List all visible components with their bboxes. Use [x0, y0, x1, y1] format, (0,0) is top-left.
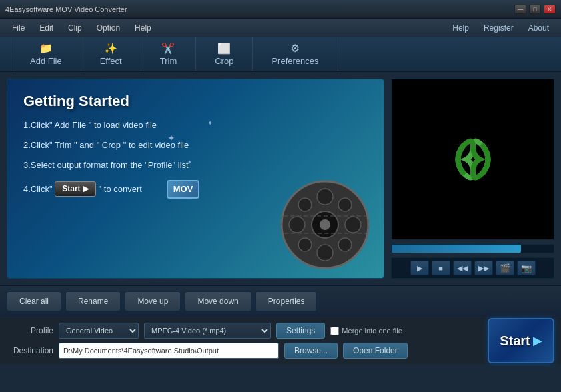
- trim-label: Trim: [160, 56, 177, 66]
- open-folder-button[interactable]: Open Folder: [343, 343, 408, 359]
- destination-label: Destination: [7, 346, 53, 355]
- start-button-text: Start: [500, 333, 530, 349]
- preview-progress-fill: [392, 245, 521, 253]
- step-1: 1.Click" Add File " to load video file: [23, 119, 368, 131]
- preview-panel: ▶ ■ ◀◀ ▶▶ 🎬 📷: [391, 79, 554, 279]
- bottom-area: Profile General Video MPEG-4 Video (*.mp…: [0, 317, 561, 364]
- stop-button[interactable]: ■: [432, 261, 450, 275]
- preview-screen: [391, 79, 554, 240]
- close-button[interactable]: ✕: [544, 5, 556, 14]
- menu-clip[interactable]: Clip: [61, 22, 89, 34]
- profile-label: Profile: [7, 326, 53, 335]
- menu-option[interactable]: Option: [90, 22, 127, 34]
- menu-right-register[interactable]: Register: [477, 22, 520, 34]
- merge-checkbox[interactable]: [330, 327, 339, 335]
- merge-checkbox-label[interactable]: Merge into one file: [330, 327, 402, 335]
- format-select[interactable]: MPEG-4 Video (*.mp4): [144, 323, 271, 339]
- move-down-button[interactable]: Move down: [185, 291, 251, 311]
- add-file-tab[interactable]: 📁 Add File: [11, 37, 81, 71]
- add-file-label: Add File: [30, 56, 62, 66]
- star-decoration-1: ✦: [167, 133, 175, 143]
- effect-label: Effect: [100, 56, 122, 66]
- move-up-button[interactable]: Move up: [125, 291, 181, 311]
- menu-right-about[interactable]: About: [522, 22, 556, 34]
- svg-point-2: [320, 219, 330, 230]
- rewind-button[interactable]: ◀◀: [453, 261, 472, 275]
- svg-point-6: [345, 217, 361, 233]
- merge-label: Merge into one file: [342, 327, 402, 335]
- toolbar: 📁 Add File ✨ Effect ✂️ Trim ⬜ Crop ⚙ Pre…: [0, 37, 561, 72]
- maximize-button[interactable]: □: [529, 5, 541, 14]
- camera-button[interactable]: 📷: [517, 261, 536, 275]
- preferences-label: Preferences: [271, 56, 318, 66]
- star-decoration-2: ✦: [187, 159, 192, 165]
- rename-button[interactable]: Rename: [65, 291, 121, 311]
- destination-row: Destination Browse... Open Folder: [7, 343, 481, 359]
- main-content: Getting Started 1.Click" Add File " to l…: [0, 72, 561, 285]
- film-reel: [278, 178, 372, 271]
- preferences-icon: ⚙: [290, 42, 300, 55]
- minimize-button[interactable]: —: [514, 5, 526, 14]
- settings-button[interactable]: Settings: [276, 323, 325, 339]
- profile-row: Profile General Video MPEG-4 Video (*.mp…: [7, 323, 481, 339]
- menu-help[interactable]: Help: [128, 22, 158, 34]
- svg-point-4: [317, 245, 333, 261]
- app-title: 4Easysoftware MOV Video Converter: [5, 5, 514, 13]
- browse-button[interactable]: Browse...: [284, 343, 338, 359]
- snapshot-button[interactable]: 🎬: [496, 261, 514, 275]
- add-file-icon: 📁: [39, 42, 53, 55]
- start-arrow-icon: ▶: [533, 333, 542, 348]
- preview-logo: [446, 133, 500, 186]
- crop-icon: ⬜: [217, 42, 231, 55]
- window-controls: — □ ✕: [514, 5, 556, 14]
- step-2: 2.Click" Trim " and " Crop " to edit vid…: [23, 139, 368, 151]
- step-3: 3.Select output format from the "Profile…: [23, 159, 368, 171]
- svg-point-7: [298, 198, 312, 211]
- menu-bar-right: Help Register About: [446, 22, 556, 34]
- play-button[interactable]: ▶: [410, 261, 429, 275]
- getting-started-title: Getting Started: [23, 93, 368, 110]
- trim-icon: ✂️: [161, 42, 175, 55]
- menu-file[interactable]: File: [5, 22, 31, 34]
- profile-select[interactable]: General Video: [59, 323, 139, 339]
- start-inline-btn: Start ▶: [55, 181, 96, 197]
- svg-point-3: [317, 189, 333, 205]
- crop-tab[interactable]: ⬜ Crop: [196, 37, 253, 71]
- preferences-tab[interactable]: ⚙ Preferences: [253, 37, 338, 71]
- menu-edit[interactable]: Edit: [33, 22, 60, 34]
- menu-right-help[interactable]: Help: [446, 22, 476, 34]
- mov-badge: MOV: [167, 180, 200, 199]
- title-bar: 4Easysoftware MOV Video Converter — □ ✕: [0, 0, 561, 19]
- effect-tab[interactable]: ✨ Effect: [81, 37, 141, 71]
- preview-progress-bar[interactable]: [391, 244, 554, 253]
- properties-button[interactable]: Properties: [255, 291, 318, 311]
- svg-point-5: [289, 217, 305, 233]
- clear-all-button[interactable]: Clear all: [7, 291, 61, 311]
- film-reel-svg: [278, 178, 372, 271]
- crop-label: Crop: [215, 56, 233, 66]
- mov-label: MOV: [173, 184, 193, 194]
- trim-tab[interactable]: ✂️ Trim: [141, 37, 197, 71]
- getting-started-panel: Getting Started 1.Click" Add File " to l…: [7, 79, 384, 279]
- destination-input[interactable]: [59, 343, 279, 359]
- menu-bar-left: File Edit Clip Option Help: [5, 22, 446, 34]
- start-button[interactable]: Start ▶: [488, 318, 554, 363]
- svg-point-9: [338, 198, 352, 211]
- svg-point-10: [298, 238, 312, 251]
- fast-forward-button[interactable]: ▶▶: [474, 261, 493, 275]
- svg-point-8: [338, 238, 352, 251]
- menu-bar: File Edit Clip Option Help Help Register…: [0, 19, 561, 37]
- preview-controls: ▶ ■ ◀◀ ▶▶ 🎬 📷: [391, 257, 554, 279]
- star-decoration-3: ✦: [207, 119, 213, 127]
- action-bar: Clear all Rename Move up Move down Prope…: [0, 285, 561, 317]
- effect-icon: ✨: [104, 42, 117, 55]
